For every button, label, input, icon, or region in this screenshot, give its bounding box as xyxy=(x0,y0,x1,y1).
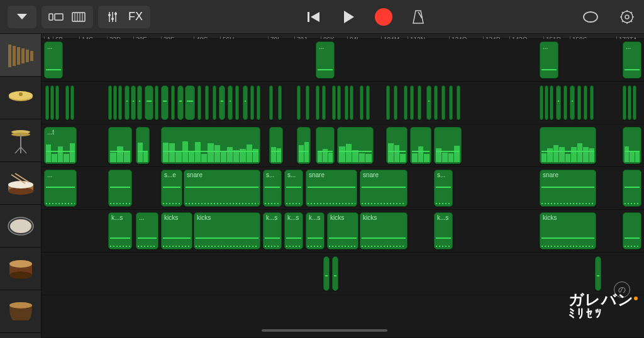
midi-region[interactable]: k...s xyxy=(284,212,303,249)
midi-region[interactable]: snare xyxy=(360,170,408,207)
midi-region[interactable] xyxy=(297,85,301,120)
track-lane[interactable]: ...t xyxy=(42,124,644,167)
midi-region[interactable] xyxy=(545,85,548,120)
midi-region[interactable] xyxy=(623,170,641,207)
record-button[interactable] xyxy=(375,8,392,26)
midi-region[interactable] xyxy=(564,85,567,120)
midi-region[interactable] xyxy=(269,85,273,120)
midi-region[interactable] xyxy=(228,85,233,120)
midi-region[interactable] xyxy=(316,85,319,120)
midi-region[interactable] xyxy=(595,256,601,291)
midi-region[interactable] xyxy=(145,85,153,120)
midi-region[interactable] xyxy=(316,127,335,164)
midi-region[interactable]: ... xyxy=(44,41,63,79)
midi-region[interactable] xyxy=(269,127,283,164)
midi-region[interactable] xyxy=(235,85,239,120)
midi-region[interactable] xyxy=(332,256,338,291)
midi-region[interactable] xyxy=(185,85,195,120)
track-lane[interactable]: ...s...esnares...s...snaresnares...snare xyxy=(42,167,644,210)
midi-region[interactable]: snare xyxy=(540,170,596,207)
midi-region[interactable] xyxy=(410,127,431,164)
timeline[interactable]: + A6B14C22D30E38F48G56H70I78J86K94L104M1… xyxy=(42,34,644,338)
midi-region[interactable] xyxy=(131,85,136,120)
midi-region[interactable] xyxy=(633,85,636,120)
midi-region[interactable]: s... xyxy=(263,170,282,207)
midi-region[interactable] xyxy=(55,85,59,120)
track-lane[interactable]: k...s...kickskicksk...sk...sk...skickski… xyxy=(42,210,644,253)
midi-region[interactable] xyxy=(418,85,421,120)
midi-region[interactable]: ... xyxy=(623,41,641,79)
midi-region[interactable]: snare xyxy=(184,170,260,207)
midi-region[interactable] xyxy=(108,127,132,164)
midi-region[interactable] xyxy=(70,85,74,120)
metronome-button[interactable] xyxy=(409,8,428,26)
track-lane[interactable] xyxy=(42,82,644,124)
midi-region[interactable] xyxy=(623,127,641,164)
midi-region[interactable] xyxy=(197,85,201,120)
midi-region[interactable]: ...t xyxy=(44,127,77,164)
midi-region[interactable] xyxy=(577,85,581,120)
midi-region[interactable] xyxy=(345,85,348,120)
midi-region[interactable] xyxy=(337,127,374,164)
midi-region[interactable] xyxy=(540,85,543,120)
midi-region[interactable] xyxy=(410,85,414,120)
track-lane[interactable]: ............ xyxy=(42,39,644,82)
track-header-marimba[interactable] xyxy=(0,34,41,77)
midi-region[interactable] xyxy=(65,85,69,120)
midi-region[interactable]: kicks xyxy=(360,212,408,249)
rewind-button[interactable] xyxy=(304,8,323,26)
fx-button[interactable]: FX xyxy=(126,10,145,23)
track-header-snare[interactable] xyxy=(0,162,41,205)
midi-region[interactable] xyxy=(434,127,462,164)
midi-region[interactable] xyxy=(590,85,594,120)
midi-region[interactable]: kicks xyxy=(161,212,192,249)
midi-region[interactable]: ... xyxy=(44,170,77,207)
midi-region[interactable] xyxy=(584,85,587,120)
midi-region[interactable] xyxy=(623,212,641,249)
midi-region[interactable] xyxy=(570,85,575,120)
midi-region[interactable]: kicks xyxy=(327,212,358,249)
midi-region[interactable] xyxy=(628,85,631,120)
midi-region[interactable] xyxy=(161,127,260,164)
midi-region[interactable] xyxy=(540,127,596,164)
midi-region[interactable] xyxy=(108,170,132,207)
midi-region[interactable] xyxy=(623,85,626,120)
midi-region[interactable]: s... xyxy=(434,170,453,207)
midi-region[interactable] xyxy=(350,85,353,120)
midi-region[interactable]: kicks xyxy=(540,212,596,249)
midi-region[interactable] xyxy=(306,85,309,120)
midi-region[interactable] xyxy=(426,85,431,120)
midi-region[interactable]: k...s xyxy=(108,212,132,249)
settings-button[interactable] xyxy=(618,8,636,26)
midi-region[interactable]: k...s xyxy=(263,212,282,249)
midi-region[interactable] xyxy=(136,127,150,164)
view-menu[interactable] xyxy=(8,6,36,28)
track-lane[interactable] xyxy=(42,253,644,295)
midi-region[interactable] xyxy=(332,85,336,120)
midi-region[interactable] xyxy=(137,85,142,120)
midi-region[interactable] xyxy=(550,85,553,120)
midi-region[interactable] xyxy=(394,85,397,120)
midi-region[interactable] xyxy=(177,85,184,120)
midi-region[interactable] xyxy=(278,85,282,120)
midi-region[interactable] xyxy=(250,85,254,120)
midi-region[interactable] xyxy=(213,85,216,120)
midi-region[interactable]: kicks xyxy=(194,212,260,249)
midi-region[interactable]: s...e xyxy=(161,170,182,207)
midi-region[interactable]: k...s xyxy=(306,212,325,249)
midi-region[interactable] xyxy=(257,85,260,120)
midi-region[interactable] xyxy=(360,85,364,120)
midi-region[interactable] xyxy=(434,85,438,120)
midi-region[interactable] xyxy=(322,85,326,120)
midi-region[interactable] xyxy=(337,85,341,120)
mixer-fx-group[interactable]: FX xyxy=(98,6,150,28)
track-header-hihat[interactable] xyxy=(0,119,41,162)
midi-region[interactable] xyxy=(155,85,158,120)
midi-region[interactable] xyxy=(125,85,130,120)
track-view-toggle[interactable] xyxy=(42,6,93,28)
midi-region[interactable] xyxy=(50,85,54,120)
midi-region[interactable] xyxy=(219,85,225,120)
midi-region[interactable]: ... xyxy=(316,41,335,79)
track-header-kick[interactable] xyxy=(0,205,41,248)
loop-button[interactable] xyxy=(581,8,600,26)
